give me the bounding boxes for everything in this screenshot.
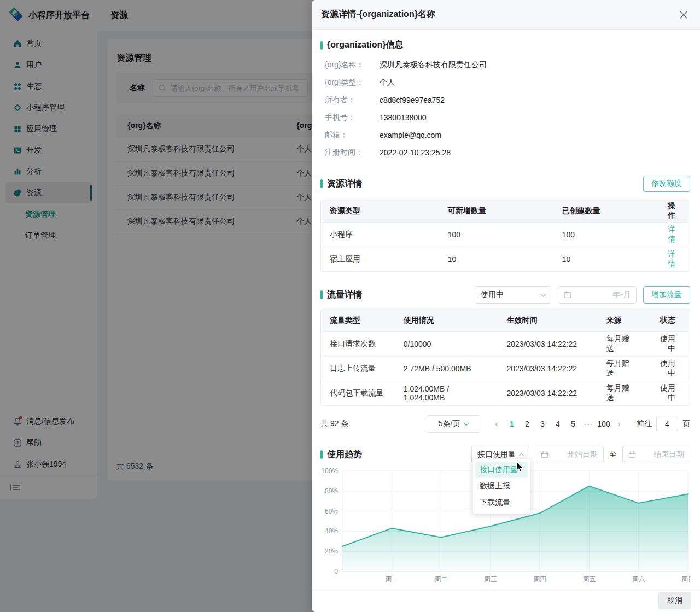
pager: ‹ 1 2 3 4 5 ··· 100 ›	[489, 416, 627, 432]
svg-text:80%: 80%	[325, 487, 338, 495]
cell: 日志上传流量	[321, 356, 395, 381]
svg-text:周一: 周一	[385, 575, 398, 583]
resource-detail-table: 资源类型 可新增数量 已创建数量 操作 小程序 100 100 详情 宿主应用 …	[320, 200, 690, 272]
traffic-month-picker[interactable]: 年-月	[558, 286, 637, 304]
goto-page-input[interactable]	[656, 416, 678, 432]
cell: 2.72MB / 500.00MB	[395, 356, 498, 381]
pagination-total: 共 92 条	[320, 419, 348, 429]
selected-value: 5条/页	[439, 419, 460, 429]
calendar-icon	[564, 291, 571, 299]
svg-text:周二: 周二	[435, 575, 448, 583]
table-row: 宿主应用 10 10 详情	[321, 247, 690, 271]
column-header: 使用情况	[395, 310, 498, 331]
svg-text:60%: 60%	[325, 508, 338, 515]
date-range-to-label: 至	[609, 450, 617, 459]
dropdown-item-download-traffic[interactable]: 下载流量	[475, 494, 528, 511]
field-label: 邮箱：	[325, 130, 380, 140]
page-number-4[interactable]: 4	[550, 416, 565, 432]
svg-text:40%: 40%	[325, 527, 338, 535]
status-cell: 使用中	[645, 331, 690, 356]
column-header: 可新增数量	[439, 200, 553, 222]
column-header: 操作	[653, 200, 690, 222]
field-label: 注册时间：	[325, 148, 380, 158]
detail-link[interactable]: 详情	[668, 249, 675, 268]
cell: 10	[553, 247, 653, 271]
section-title-org-info: {organization}信息	[320, 39, 404, 51]
month-placeholder: 年-月	[612, 290, 631, 300]
cell: 代码包下载流量	[321, 381, 395, 405]
resource-detail-drawer: 资源详情-{organization}名称 {organization}信息 {…	[312, 0, 700, 612]
calendar-icon	[628, 451, 636, 458]
selected-value: 使用中	[481, 290, 504, 300]
svg-text:0: 0	[334, 568, 338, 575]
prev-page-button[interactable]: ‹	[489, 416, 504, 432]
column-header: 已创建数量	[553, 200, 653, 222]
section-title-traffic: 流量详情	[320, 289, 362, 301]
cell: 2023/03/03 14:22:22	[498, 381, 598, 405]
trend-start-date-picker[interactable]: 开始日期	[535, 446, 604, 463]
cell: 100	[553, 222, 653, 247]
field-value: 13800138000	[380, 113, 427, 122]
field-value: 2022-02-10 23:25:28	[380, 148, 451, 157]
pagination: 共 92 条 5条/页 ‹ 1 2 3 4 5 ··· 100 › 前往 页	[320, 415, 690, 433]
cell: 宿主应用	[321, 247, 439, 271]
field-value: 深圳凡泰极客科技有限责任公司	[380, 60, 487, 70]
cell: 2023/03/03 14:22:22	[498, 331, 598, 356]
page-number-5[interactable]: 5	[565, 416, 581, 432]
drawer-footer: 取消	[312, 588, 700, 612]
page-number-2[interactable]: 2	[520, 416, 535, 432]
chevron-down-icon	[541, 291, 546, 296]
table-row: 小程序 100 100 详情	[321, 222, 690, 247]
cancel-button[interactable]: 取消	[658, 592, 691, 609]
column-header: 生效时间	[498, 310, 598, 331]
dropdown-item-data-report[interactable]: 数据上报	[475, 478, 528, 494]
cell: 0/10000	[395, 331, 498, 356]
cell: 1,024.00MB / 1,024.00MB	[395, 381, 498, 405]
edit-quota-button[interactable]: 修改额度	[643, 176, 690, 192]
start-date-placeholder: 开始日期	[567, 450, 598, 459]
column-header: 资源类型	[321, 200, 439, 222]
table-row: 接口请求次数 0/10000 2023/03/03 14:22:22 每月赠送 …	[321, 331, 690, 356]
page-number-3[interactable]: 3	[535, 416, 550, 432]
section-title-trend: 使用趋势	[320, 449, 362, 461]
table-row: 代码包下载流量 1,024.00MB / 1,024.00MB 2023/03/…	[321, 381, 690, 405]
traffic-status-select[interactable]: 使用中	[475, 286, 551, 304]
cell: 每月赠送	[597, 331, 645, 356]
more-pages-icon[interactable]: ···	[581, 416, 596, 432]
drawer-title: 资源详情-{organization}名称	[321, 9, 435, 20]
add-traffic-button[interactable]: 增加流量	[643, 286, 690, 304]
field-label: 手机号：	[325, 113, 380, 123]
chevron-down-icon	[464, 420, 469, 426]
page-number-last[interactable]: 100	[596, 416, 611, 432]
section-title-resource-detail: 资源详情	[320, 178, 362, 190]
detail-link[interactable]: 详情	[668, 225, 675, 243]
close-icon[interactable]	[677, 8, 690, 21]
next-page-button[interactable]: ›	[611, 416, 627, 432]
goto-label: 前往	[637, 419, 652, 429]
traffic-table: 流量类型 使用情况 生效时间 来源 状态 接口请求次数 0/10000 2023…	[320, 309, 690, 406]
field-label: 所有者：	[325, 95, 380, 105]
trend-end-date-picker[interactable]: 结束日期	[622, 446, 690, 463]
column-header: 状态	[645, 310, 690, 331]
table-row: 日志上传流量 2.72MB / 500.00MB 2023/03/03 14:2…	[321, 356, 690, 381]
org-info-fields: {org}名称：深圳凡泰极客科技有限责任公司 {org}类型：个人 所有者：c8…	[320, 56, 690, 161]
svg-text:100%: 100%	[321, 467, 338, 475]
cell: 2023/03/03 14:22:22	[498, 356, 598, 381]
field-label: {org}类型：	[325, 78, 380, 88]
cell: 小程序	[321, 222, 439, 247]
svg-text:周六: 周六	[632, 575, 645, 583]
field-value: example@qq.com	[380, 131, 441, 139]
goto-suffix: 页	[682, 419, 690, 429]
cell: 10	[439, 247, 553, 271]
field-value: 个人	[380, 78, 395, 88]
cell: 每月赠送	[597, 381, 645, 405]
chevron-up-icon	[519, 453, 524, 458]
dropdown-item-api-usage[interactable]: 接口使用量	[475, 462, 528, 478]
svg-text:周三: 周三	[484, 575, 497, 583]
page-size-select[interactable]: 5条/页	[427, 415, 480, 433]
cell: 每月赠送	[597, 356, 645, 381]
calendar-icon	[541, 451, 549, 458]
column-header: 流量类型	[321, 310, 395, 331]
field-value: c8d8cf99e97ea752	[380, 96, 445, 104]
page-number-1[interactable]: 1	[504, 416, 520, 432]
